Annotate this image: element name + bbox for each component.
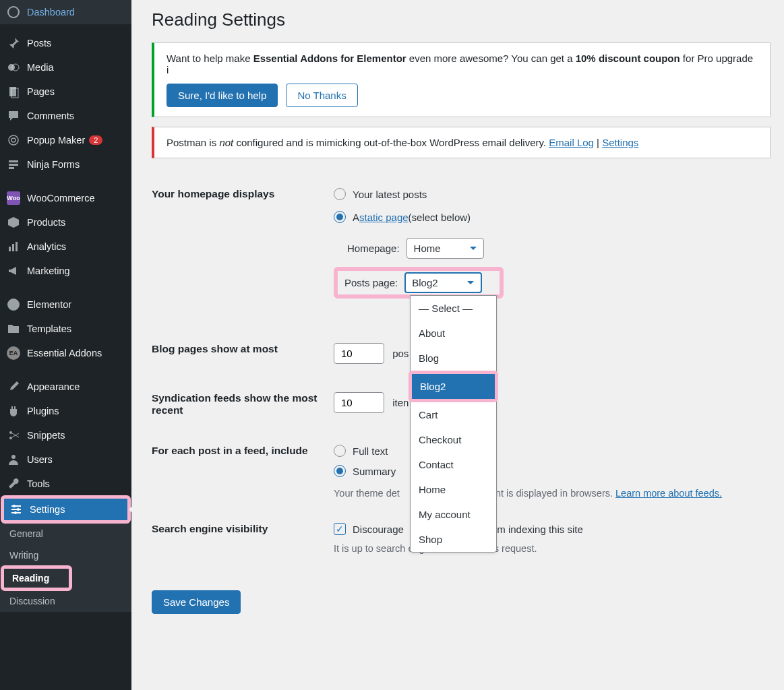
radio-summary[interactable] xyxy=(334,465,346,477)
folder-icon xyxy=(7,322,20,336)
sidebar-item-dashboard[interactable]: Dashboard xyxy=(0,0,131,24)
radio-full-text[interactable] xyxy=(334,445,346,457)
sidebar-label: WooCommerce xyxy=(27,193,94,203)
link-learn-feeds[interactable]: Learn more about feeds. xyxy=(615,488,722,499)
sidebar-label: Media xyxy=(27,62,54,73)
sidebar-sub-discussion[interactable]: Discussion xyxy=(0,590,131,612)
sidebar-submenu: General Writing Reading Discussion xyxy=(0,523,131,612)
dropdown-option[interactable]: Shop xyxy=(411,527,496,552)
label-blog-pages: Blog pages show at most xyxy=(152,343,334,355)
btn-help-no[interactable]: No Thanks xyxy=(286,84,357,107)
sidebar-item-products[interactable]: Products xyxy=(0,210,131,234)
sidebar-sub-general[interactable]: General xyxy=(0,523,131,544)
dropdown-option[interactable]: Checkout xyxy=(411,427,496,452)
svg-rect-12 xyxy=(16,242,18,251)
svg-point-20 xyxy=(13,505,16,507)
sidebar-label: Appearance xyxy=(27,381,80,392)
radio-latest-posts[interactable] xyxy=(334,188,346,200)
sidebar-item-elementor[interactable]: Elementor xyxy=(0,292,131,317)
dashboard-icon xyxy=(7,5,20,19)
svg-point-1 xyxy=(8,64,15,71)
sidebar-label: Essential Addons xyxy=(27,348,102,358)
sidebar-label: Marketing xyxy=(27,265,70,276)
dropdown-posts-page: — Select — About Blog Blog2 Cart Checkou… xyxy=(410,295,497,553)
sidebar-item-popup-maker[interactable]: Popup Maker2 xyxy=(0,128,131,152)
sidebar-item-pages[interactable]: Pages xyxy=(0,80,131,104)
badge-count: 2 xyxy=(89,135,102,145)
svg-point-5 xyxy=(9,135,18,145)
sidebar-label: Pages xyxy=(27,86,55,97)
svg-rect-8 xyxy=(9,164,18,166)
sidebar-label: Ninja Forms xyxy=(27,159,80,170)
dropdown-option[interactable]: Home xyxy=(411,477,496,502)
page-title: Reading Settings xyxy=(152,0,771,42)
btn-save-changes[interactable]: Save Changes xyxy=(152,590,241,614)
svg-point-14 xyxy=(9,431,12,434)
sidebar-item-snippets[interactable]: Snippets xyxy=(0,423,131,447)
input-syndication[interactable] xyxy=(334,392,384,413)
popup-icon xyxy=(7,133,20,147)
sidebar-item-tools[interactable]: Tools xyxy=(0,472,131,496)
dropdown-option[interactable]: Cart xyxy=(411,402,496,427)
scissors-icon xyxy=(7,429,20,442)
select-posts-page[interactable]: Blog2 xyxy=(404,272,482,293)
dropdown-option[interactable]: My account xyxy=(411,502,496,527)
admin-sidebar: Dashboard Posts Media Pages Comments Pop… xyxy=(0,0,131,690)
input-blog-pages[interactable] xyxy=(334,343,384,364)
sidebar-label: Tools xyxy=(27,478,50,489)
ea-icon: EA xyxy=(7,346,20,360)
sidebar-item-comments[interactable]: Comments xyxy=(0,104,131,128)
svg-rect-10 xyxy=(9,247,11,251)
sidebar-item-users[interactable]: Users xyxy=(0,447,131,472)
sidebar-sub-reading[interactable]: Reading xyxy=(3,567,70,589)
label-search-visibility: Search engine visibility xyxy=(152,523,334,535)
sidebar-item-appearance[interactable]: Appearance xyxy=(0,375,131,399)
label-homepage-displays: Your homepage displays xyxy=(152,188,334,200)
sidebar-label: Comments xyxy=(27,111,74,121)
sidebar-item-posts[interactable]: Posts xyxy=(0,31,131,55)
link-email-log[interactable]: Email Log xyxy=(549,137,594,148)
checkbox-discourage[interactable]: ✓ xyxy=(334,523,346,535)
megaphone-icon xyxy=(7,264,20,278)
link-postman-settings[interactable]: Settings xyxy=(602,137,638,148)
link-static-page[interactable]: static page xyxy=(359,212,409,223)
label-syndication: Syndication feeds show the most recent xyxy=(152,392,334,416)
sidebar-item-media[interactable]: Media xyxy=(0,55,131,80)
sidebar-item-templates[interactable]: Templates xyxy=(0,317,131,341)
sidebar-label: Analytics xyxy=(27,241,66,252)
svg-point-21 xyxy=(17,508,20,511)
sidebar-item-essential-addons[interactable]: EAEssential Addons xyxy=(0,341,131,365)
sidebar-item-analytics[interactable]: Analytics xyxy=(0,234,131,259)
pin-icon xyxy=(7,36,20,50)
elementor-icon xyxy=(7,298,20,311)
sidebar-item-marketing[interactable]: Marketing xyxy=(0,259,131,283)
sidebar-item-ninja-forms[interactable]: Ninja Forms xyxy=(0,152,131,177)
svg-rect-9 xyxy=(9,167,14,169)
sidebar-label: Popup Maker xyxy=(27,135,85,146)
dropdown-option-selected[interactable]: Blog2 xyxy=(412,374,495,399)
sidebar-label: Users xyxy=(27,454,53,465)
sidebar-label: Templates xyxy=(27,323,71,334)
brush-icon xyxy=(7,380,20,394)
dropdown-option[interactable]: Blog xyxy=(411,346,496,371)
select-homepage[interactable]: Home xyxy=(406,238,484,259)
sidebar-item-plugins[interactable]: Plugins xyxy=(0,399,131,423)
radio-static-page[interactable] xyxy=(334,211,346,223)
dropdown-option[interactable]: Contact xyxy=(411,452,496,477)
media-icon xyxy=(7,61,20,74)
notice-postman: Postman is not configured and is mimicki… xyxy=(152,127,771,158)
dropdown-option[interactable]: About xyxy=(411,321,496,346)
dropdown-option[interactable]: — Select — xyxy=(411,296,496,321)
form-icon xyxy=(7,158,20,171)
sidebar-label: Dashboard xyxy=(27,7,75,18)
svg-point-6 xyxy=(11,138,16,142)
sidebar-item-woocommerce[interactable]: WooWooCommerce xyxy=(0,186,131,210)
sidebar-item-settings[interactable]: Settings xyxy=(3,497,129,522)
user-icon xyxy=(7,453,20,466)
sidebar-label: Products xyxy=(27,217,65,228)
sidebar-label: Settings xyxy=(30,504,65,515)
sidebar-sub-writing[interactable]: Writing xyxy=(0,544,131,566)
btn-help-yes[interactable]: Sure, I'd like to help xyxy=(167,84,278,107)
chart-icon xyxy=(7,240,20,253)
sidebar-label: Snippets xyxy=(27,430,65,441)
